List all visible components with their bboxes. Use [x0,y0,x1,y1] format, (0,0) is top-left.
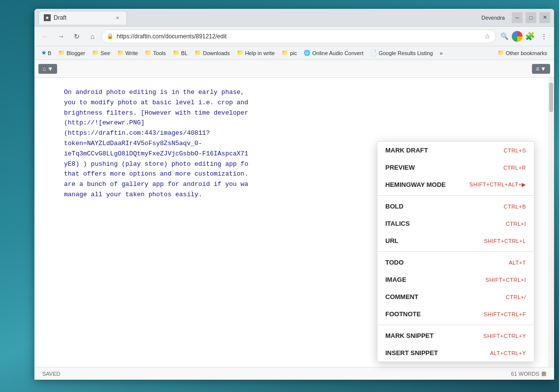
scrollbar-track[interactable] [548,78,554,367]
scrollbar-thumb[interactable] [549,83,553,112]
word-count: 61 WORDS [511,371,539,377]
shortcut-insert-snippet: ALT+CTRL+Y [490,350,526,356]
bookmark-item-downloads[interactable]: 📁 Downloads [191,49,232,57]
bookmark-folder-icon: 📁 [58,50,65,56]
menu-label-mark-snippet: MARK SNIPPET [385,332,434,339]
refresh-button[interactable]: ↻ [70,30,84,43]
menu-separator-3 [377,325,534,325]
maximize-button[interactable]: □ [526,12,536,23]
bookmark-bl-label: BL [181,50,187,56]
chrome-loading-icon [512,31,523,42]
shortcut-image: SHIFT+CTRL+I [486,277,526,283]
shortcut-italics: CTRL+I [506,221,526,227]
home-button[interactable]: ⌂ [86,30,99,43]
back-button[interactable]: ← [38,30,52,43]
bookmark-globe-icon: 🌐 [304,50,311,56]
close-button[interactable]: ✕ [539,12,550,23]
shortcut-mark-draft: CTRL+S [504,148,527,153]
nav-icons: 🔍 🧩 ⋮ [498,30,550,43]
bookmark-item-tools[interactable]: 📁 Tools [142,49,169,57]
menu-label-italics: ITALICS [385,220,410,227]
shortcut-mark-snippet: SHIFT+CTRL+Y [483,333,526,339]
menu-item-todo[interactable]: TODO ALT+T [377,254,534,271]
bookmark-b-label: B [48,50,51,56]
menu-label-image: IMAGE [385,276,406,283]
bookmark-tools-label: Tools [153,50,166,56]
bookmark-folder-icon-help: 📁 [237,50,244,56]
menu-label-mark-draft: MARK DRAFT [385,147,428,154]
bookmark-folder-icon-bl: 📁 [173,50,180,56]
bookmark-pic-label: pic [290,50,297,56]
home-toolbar-button[interactable]: ⌂ ▼ [38,64,57,74]
extensions-icon[interactable]: 🧩 [524,30,536,43]
chrome-menu-button[interactable]: ⋮ [537,30,550,43]
bookmark-item-blogger[interactable]: 📁 Blogger [55,49,88,57]
menu-label-bold: BOLD [385,203,404,210]
menu-item-footnote[interactable]: FOOTNOTE SHIFT+CTRL+F [377,305,534,323]
bookmark-other-label: Other bookmarks [506,50,547,56]
menu-label-preview: PREVIEW [385,164,415,171]
window-controls: Devendra ─ □ ✕ [481,12,550,23]
forward-button[interactable]: → [54,30,68,43]
shortcut-url: SHIFT+CTRL+L [484,238,526,244]
tab-favicon: ■ [44,14,51,21]
minimize-button[interactable]: ─ [512,12,523,23]
bookmark-folder-icon-other: 📁 [497,50,504,56]
dropdown-menu: MARK DRAFT CTRL+S PREVIEW CTRL+R HEMINGW… [377,141,534,362]
bookmark-audio-label: Online Audio Convert [312,50,363,56]
bookmark-item-bl[interactable]: 📁 BL [170,49,190,57]
bookmark-b-icon: ★ [41,50,46,56]
bookmark-folder-icon-tools: 📁 [145,50,152,56]
menu-item-mark-snippet[interactable]: MARK SNIPPET SHIFT+CTRL+Y [377,327,534,344]
search-icon[interactable]: 🔍 [498,30,511,43]
bookmark-item-audio-convert[interactable]: 🌐 Online Audio Convert [301,49,366,57]
title-bar: ■ Draft × Devendra ─ □ ✕ [34,9,554,27]
menu-label-insert-snippet: INSERT SNIPPET [385,349,438,357]
editor-toolbar: ⌂ ▼ ≡ ▼ [34,60,554,78]
menu-item-url[interactable]: URL SHIFT+CTRL+L [377,232,534,249]
bookmark-more-icon: » [440,50,443,56]
menu-item-hemingway[interactable]: HEMINGWAY MODE SHIFT+CTRL+ALT+▶ [377,176,534,193]
menu-item-italics[interactable]: ITALICS CTRL+I [377,215,534,232]
bookmark-item-help-in-write[interactable]: 📁 Help in write [234,49,278,57]
browser-tab[interactable]: ■ Draft × [38,11,127,25]
menu-item-comment[interactable]: COMMENT CTRL+/ [377,288,534,305]
menu-toolbar-button[interactable]: ≡ ▼ [532,64,550,74]
word-count-icon: ▦ [541,370,546,377]
menu-item-image[interactable]: IMAGE SHIFT+CTRL+I [377,271,534,288]
menu-item-preview[interactable]: PREVIEW CTRL+R [377,159,534,176]
bookmark-folder-icon-downloads: 📁 [194,50,201,56]
bookmark-page-icon: 📄 [370,50,377,56]
menu-dropdown-icon: ▼ [540,65,546,72]
bookmark-item-write[interactable]: 📁 Write [114,49,141,57]
bookmark-item-pic[interactable]: 📁 pic [279,49,300,57]
tab-close-button[interactable]: × [114,14,122,22]
shortcut-bold: CTRL+B [504,204,527,210]
bookmark-folder-icon-pic: 📁 [281,50,288,56]
menu-separator-2 [377,251,534,252]
browser-window: ■ Draft × Devendra ─ □ ✕ ← → ↻ ⌂ 🔒 https… [34,9,554,380]
bookmark-more-button[interactable]: » [437,49,446,57]
address-bar[interactable]: 🔒 https://draftin.com/documents/891212/e… [101,30,496,43]
bookmark-item-google-results[interactable]: 📄 Google Results Listing [367,49,435,57]
url-text: https://draftin.com/documents/891212/edi… [117,33,481,40]
shortcut-footnote: SHIFT+CTRL+F [484,311,526,317]
user-profile-label: Devendra [481,15,505,21]
bookmark-item-b[interactable]: ★ B [38,49,54,57]
menu-item-mark-draft[interactable]: MARK DRAFT CTRL+S [377,142,534,159]
menu-label-todo: TODO [385,259,404,266]
menu-item-bold[interactable]: BOLD CTRL+B [377,198,534,215]
bookmarks-bar: ★ B 📁 Blogger 📁 See 📁 Write 📁 Tools 📁 BL… [34,46,554,60]
bookmark-star-icon[interactable]: ☆ [484,32,491,40]
bookmark-folder-icon-see: 📁 [92,50,99,56]
bookmark-item-see[interactable]: 📁 See [89,49,113,57]
menu-separator-1 [377,195,534,196]
bookmark-folder-icon-write: 📁 [117,50,124,56]
bookmark-blogger-label: Blogger [66,50,85,56]
saved-status: SAVED [42,371,60,377]
bookmark-downloads-label: Downloads [203,50,229,56]
menu-item-insert-snippet[interactable]: INSERT SNIPPET ALT+CTRL+Y [377,344,534,362]
bookmark-see-label: See [100,50,110,56]
bookmark-item-other[interactable]: 📁 Other bookmarks [495,49,550,57]
tab-title: Draft [54,14,66,21]
